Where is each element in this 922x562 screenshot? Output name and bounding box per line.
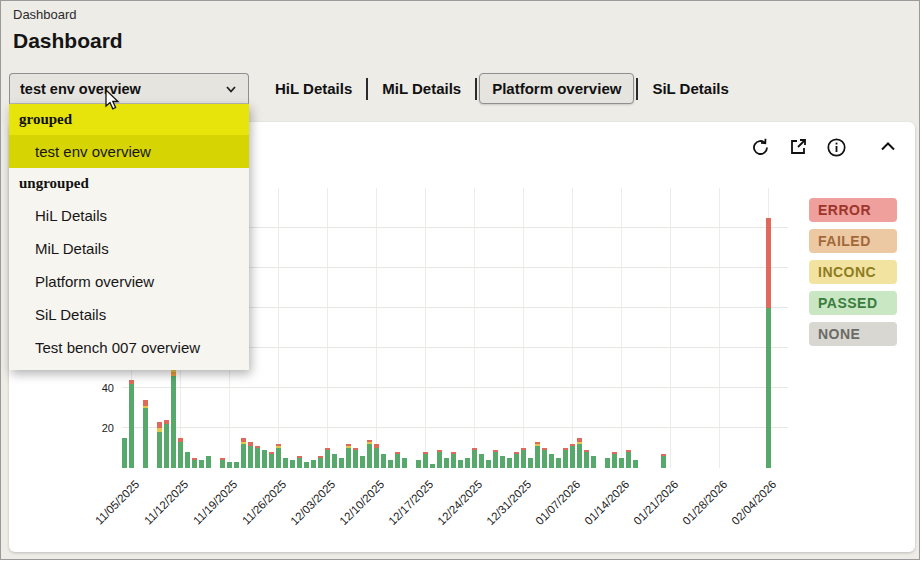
breadcrumb[interactable]: Dashboard <box>13 7 77 22</box>
tab-mil-details[interactable]: MiL Details <box>370 74 473 103</box>
bar-day-77[interactable] <box>661 454 666 468</box>
gridline <box>327 188 328 468</box>
bar-day-30[interactable] <box>332 454 337 468</box>
bar-day-11[interactable] <box>199 460 204 468</box>
bar-day-32[interactable] <box>346 444 351 468</box>
bar-day-9[interactable] <box>185 452 190 468</box>
bar-day-44[interactable] <box>430 464 435 468</box>
bar-day-62[interactable] <box>556 458 561 468</box>
refresh-icon[interactable] <box>747 134 773 160</box>
bar-day-40[interactable] <box>402 458 407 468</box>
y-axis-label: 20 <box>78 422 114 434</box>
bar-day-14[interactable] <box>220 458 225 468</box>
bar-day-27[interactable] <box>311 460 316 468</box>
bar-day-16[interactable] <box>234 462 239 468</box>
bar-segment-passed <box>472 450 477 468</box>
bar-day-3[interactable] <box>143 400 148 468</box>
bar-day-36[interactable] <box>374 444 379 468</box>
info-icon[interactable] <box>823 134 849 160</box>
bar-day-45[interactable] <box>437 450 442 468</box>
bar-day-35[interactable] <box>367 440 372 468</box>
menu-item-test-env-overview[interactable]: test env overview <box>9 135 249 168</box>
bar-segment-error <box>269 452 274 454</box>
bar-day-12[interactable] <box>206 456 211 468</box>
bar-day-71[interactable] <box>619 458 624 468</box>
bar-day-25[interactable] <box>297 456 302 468</box>
bar-day-51[interactable] <box>479 454 484 468</box>
bar-day-0[interactable] <box>122 438 127 468</box>
bar-day-42[interactable] <box>416 460 421 468</box>
menu-item-sil-details[interactable]: SiL Details <box>9 298 249 331</box>
bar-day-73[interactable] <box>633 460 638 468</box>
bar-segment-error <box>353 448 358 450</box>
bar-day-33[interactable] <box>353 448 358 468</box>
bar-day-59[interactable] <box>535 442 540 468</box>
bar-day-38[interactable] <box>388 460 393 468</box>
open-external-icon[interactable] <box>785 134 811 160</box>
tab-platform-overview[interactable]: Platform overview <box>479 73 634 104</box>
bar-day-92[interactable] <box>766 218 771 468</box>
bar-day-53[interactable] <box>493 450 498 468</box>
bar-day-39[interactable] <box>395 452 400 468</box>
bar-day-55[interactable] <box>507 458 512 468</box>
bar-day-63[interactable] <box>563 448 568 468</box>
bar-segment-error <box>451 452 456 454</box>
bar-day-28[interactable] <box>318 456 323 468</box>
bar-segment-inconc <box>346 446 351 448</box>
bar-day-17[interactable] <box>241 438 246 468</box>
menu-item-mil-details[interactable]: MiL Details <box>9 232 249 265</box>
tab-sil-details[interactable]: SiL Details <box>640 74 740 103</box>
bar-day-22[interactable] <box>276 444 281 468</box>
bar-day-37[interactable] <box>381 454 386 468</box>
bar-day-56[interactable] <box>514 452 519 468</box>
bar-day-24[interactable] <box>290 460 295 468</box>
bar-segment-error <box>612 452 617 454</box>
bar-day-31[interactable] <box>339 458 344 468</box>
bar-day-29[interactable] <box>325 448 330 468</box>
bar-segment-passed <box>486 460 491 468</box>
bar-day-18[interactable] <box>248 442 253 468</box>
bar-day-19[interactable] <box>255 446 260 468</box>
bar-day-50[interactable] <box>472 448 477 468</box>
bar-day-67[interactable] <box>591 456 596 468</box>
bar-day-20[interactable] <box>262 450 267 468</box>
bar-day-7[interactable] <box>171 360 176 468</box>
menu-item-hil-details[interactable]: HiL Details <box>9 199 249 232</box>
bar-day-21[interactable] <box>269 452 274 468</box>
bar-day-23[interactable] <box>283 458 288 468</box>
bar-day-26[interactable] <box>304 462 309 468</box>
bar-day-54[interactable] <box>500 456 505 468</box>
bar-day-46[interactable] <box>444 458 449 468</box>
bar-segment-passed <box>423 454 428 468</box>
legend-none: NONE <box>809 322 897 346</box>
bar-day-66[interactable] <box>584 450 589 468</box>
bar-day-5[interactable] <box>157 422 162 468</box>
bar-day-61[interactable] <box>549 454 554 468</box>
bar-day-57[interactable] <box>521 448 526 468</box>
bar-day-10[interactable] <box>192 458 197 468</box>
bar-day-70[interactable] <box>612 452 617 468</box>
bar-day-64[interactable] <box>570 444 575 468</box>
chevron-down-icon <box>224 82 238 96</box>
bar-day-34[interactable] <box>360 456 365 468</box>
bar-day-1[interactable] <box>129 380 134 468</box>
bar-day-43[interactable] <box>423 452 428 468</box>
view-dropdown[interactable]: test env overview <box>9 73 249 104</box>
bar-segment-passed <box>766 308 771 468</box>
tab-hil-details[interactable]: HiL Details <box>263 74 364 103</box>
collapse-icon[interactable] <box>875 134 901 160</box>
menu-item-test-bench-007-overview[interactable]: Test bench 007 overview <box>9 331 249 364</box>
bar-day-65[interactable] <box>577 438 582 468</box>
bar-day-49[interactable] <box>465 458 470 468</box>
bar-day-47[interactable] <box>451 452 456 468</box>
bar-day-15[interactable] <box>227 462 232 468</box>
bar-day-58[interactable] <box>528 458 533 468</box>
bar-day-60[interactable] <box>542 448 547 468</box>
bar-day-6[interactable] <box>164 420 169 468</box>
bar-day-69[interactable] <box>605 458 610 468</box>
bar-day-72[interactable] <box>626 450 631 468</box>
menu-item-platform-overview[interactable]: Platform overview <box>9 265 249 298</box>
bar-day-52[interactable] <box>486 460 491 468</box>
bar-day-8[interactable] <box>178 438 183 468</box>
bar-day-48[interactable] <box>458 460 463 468</box>
